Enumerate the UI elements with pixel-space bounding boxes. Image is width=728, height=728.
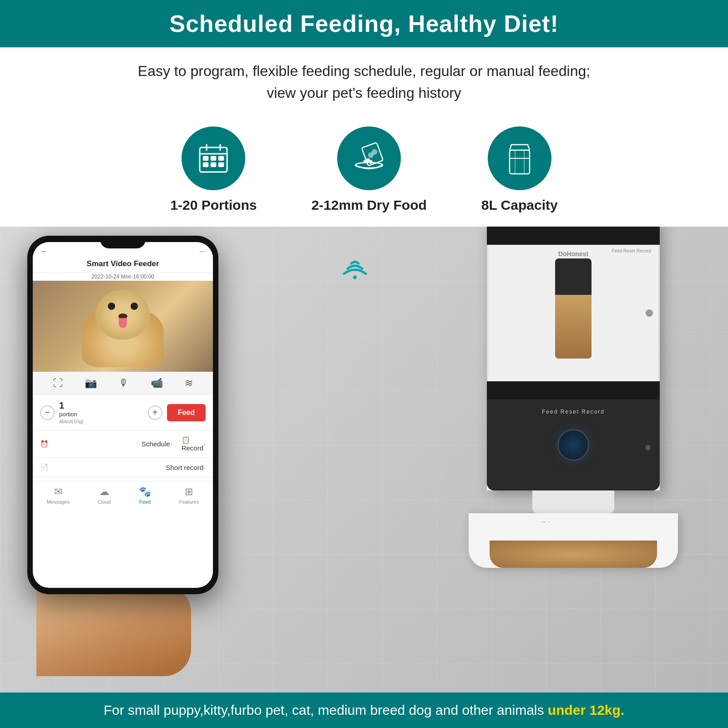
page-title: Scheduled Feeding, Healthy Diet! [18, 10, 710, 37]
feeder-body-upper: DoHonest Feed Reset Record [487, 245, 660, 381]
back-arrow[interactable]: ← [41, 248, 47, 255]
falling-food: ·· · [542, 518, 550, 526]
record-arrow: › [203, 440, 206, 448]
record-label: Record [182, 444, 203, 452]
feeder-indicator-dot [645, 445, 651, 450]
feeder-brand-label: DoHonest [558, 250, 588, 258]
feature-capacity-label: 8L Capacity [481, 197, 558, 213]
nav-features-label: Features [179, 499, 199, 505]
schedule-arrow: › [170, 440, 172, 448]
phone-video-feed [33, 281, 213, 372]
app-title: Smart Video Feeder [40, 259, 206, 268]
svg-rect-7 [203, 163, 208, 167]
feeder-main-body: DoHonest Feed Reset Record Feed Reset Re… [487, 227, 660, 490]
more-options[interactable]: ··· [199, 248, 205, 255]
phone-feed-row: − 1 portion about(10g) + Feed [33, 395, 213, 430]
mic-icon[interactable]: 🎙 [119, 377, 129, 389]
feeder-camera-label: Feed Reset Record [542, 409, 605, 415]
dog-eye-left [108, 303, 115, 310]
svg-rect-5 [211, 157, 216, 160]
short-record-arrow: › [203, 464, 206, 471]
feeder-kibble-display [555, 295, 592, 359]
phone-notch [100, 236, 146, 248]
feeder-button-labels: Feed Reset Record [612, 248, 651, 253]
main-content: ← ··· Smart Video Feeder 2022-10-24 Mon … [0, 227, 728, 693]
record-doc-icon: 📋 [182, 436, 203, 444]
footer-text-yellow: under 12kg. [548, 703, 624, 718]
filter-icon[interactable]: ≋ [185, 377, 193, 389]
portion-number: 1 [59, 400, 64, 410]
svg-point-17 [369, 161, 372, 163]
feed-button[interactable]: Feed [167, 404, 206, 421]
subtitle-line2: view your pet's feeding history [267, 85, 461, 101]
short-record-icon: 📄 [40, 463, 162, 471]
wifi-icon-area [337, 254, 373, 283]
portion-info: 1 portion about(10g) [59, 400, 143, 425]
feeder-side-button[interactable] [646, 309, 653, 317]
svg-rect-8 [211, 163, 216, 167]
phone-outer: ← ··· Smart Video Feeder 2022-10-24 Mon … [27, 236, 218, 594]
food-dispenser-icon [337, 126, 401, 190]
feeder-base: ·· · [469, 490, 678, 568]
nav-messages-label: Messages [47, 499, 70, 505]
feeder-top [487, 227, 660, 245]
cloud-icon: ☁ [99, 486, 109, 498]
feeder-divider-band [487, 381, 660, 399]
dog-image-area [73, 290, 173, 367]
nav-messages[interactable]: ✉ Messages [47, 486, 70, 505]
feeder-chute [532, 490, 614, 513]
bag-icon [488, 126, 551, 190]
features-row: 1-20 Portions [0, 108, 728, 227]
portion-label: portion [59, 411, 143, 418]
feed-icon: 🐾 [139, 486, 151, 498]
feeder-camera-section: Feed Reset Record [487, 399, 660, 490]
short-record-label: Short record [166, 464, 203, 471]
phone-controls: ⛶ 📷 🎙 📹 ≋ [33, 372, 213, 395]
nav-cloud[interactable]: ☁ Cloud [98, 486, 111, 505]
schedule-label: Schedule [142, 440, 170, 448]
header-banner: Scheduled Feeding, Healthy Diet! [0, 0, 728, 47]
hand-holding-phone [36, 585, 191, 676]
wifi-icon [337, 254, 373, 281]
svg-rect-4 [203, 157, 208, 160]
phone-schedule-row[interactable]: ⏰ Schedule › 📋 Record › [33, 430, 213, 458]
nav-cloud-label: Cloud [98, 499, 111, 505]
calendar-icon [182, 126, 245, 190]
minus-button[interactable]: − [40, 405, 55, 420]
page-wrapper: Scheduled Feeding, Healthy Diet! Easy to… [0, 0, 728, 728]
phone-container: ← ··· Smart Video Feeder 2022-10-24 Mon … [27, 236, 218, 676]
feature-food-size-label: 2-12mm Dry Food [311, 197, 426, 213]
camera-icon[interactable]: 📷 [85, 377, 97, 389]
feature-portions-label: 1-20 Portions [170, 197, 257, 213]
svg-point-18 [364, 160, 367, 163]
phone-short-record-row[interactable]: 📄 Short record › [33, 458, 213, 477]
video-icon[interactable]: 📹 [151, 377, 163, 389]
nav-feed-label: Feed [139, 499, 151, 505]
feature-food-size: 2-12mm Dry Food [311, 126, 426, 213]
fullscreen-icon[interactable]: ⛶ [53, 377, 63, 389]
plus-button[interactable]: + [148, 405, 162, 420]
svg-rect-6 [219, 157, 223, 160]
nav-features[interactable]: ⊞ Features [179, 486, 199, 505]
phone-app-header: Smart Video Feeder [33, 257, 213, 273]
nav-feed[interactable]: 🐾 Feed [139, 486, 151, 505]
svg-rect-19 [510, 150, 530, 174]
feeder-food-window [555, 258, 592, 359]
footer-text-white: For small puppy,kitty,furbo pet, cat, me… [104, 703, 548, 718]
app-subtitle: 2022-10-24 Mon 16:00:00 [33, 273, 213, 281]
feeder-camera-lens [557, 429, 589, 461]
svg-point-23 [353, 276, 357, 279]
phone-bottom-nav: ✉ Messages ☁ Cloud 🐾 Feed ⊞ [33, 481, 213, 509]
feature-portions: 1-20 Portions [170, 126, 257, 213]
svg-point-12 [369, 153, 373, 157]
messages-icon: ✉ [54, 486, 62, 498]
phone-screen: ← ··· Smart Video Feeder 2022-10-24 Mon … [33, 242, 213, 588]
portion-weight: about(10g) [59, 419, 83, 424]
subtitle-area: Easy to program, flexible feeding schedu… [0, 47, 728, 108]
subtitle-line1: Easy to program, flexible feeding schedu… [138, 63, 590, 79]
bowl-food-display [490, 541, 657, 568]
features-icon: ⊞ [185, 486, 193, 498]
feeder-container: DoHonest Feed Reset Record Feed Reset Re… [455, 227, 692, 568]
feature-capacity: 8L Capacity [481, 126, 558, 213]
footer-banner: For small puppy,kitty,furbo pet, cat, me… [0, 693, 728, 728]
